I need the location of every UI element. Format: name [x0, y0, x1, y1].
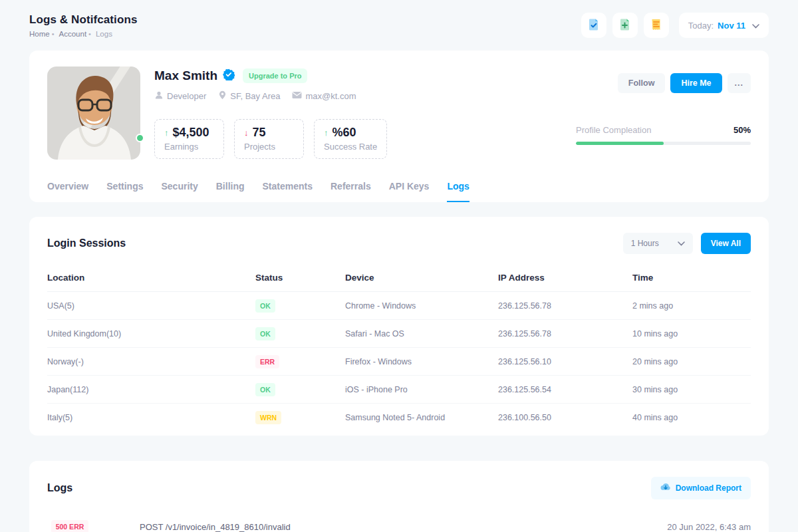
cell-device: Samsung Noted 5- Android: [345, 413, 498, 422]
file-lines-button[interactable]: [644, 13, 669, 38]
stat-value: %60: [332, 126, 356, 140]
profile-name: Max Smith: [154, 68, 217, 83]
column-header-location: Location: [47, 273, 255, 283]
status-badge: OK: [255, 327, 275, 340]
status-badge: WRN: [255, 411, 281, 424]
cell-time: 40 mins ago: [632, 413, 751, 422]
table-row: Japan(112)OKiOS - iPhone Pro236.125.56.5…: [47, 376, 751, 404]
stat-label: Success Rate: [324, 142, 377, 152]
cell-status: OK: [255, 327, 345, 340]
table-row: United Kingdom(10)OKSafari - Mac OS236.1…: [47, 320, 751, 348]
hours-filter-value: 1 Hours: [631, 239, 659, 248]
hours-filter-select[interactable]: 1 Hours: [623, 233, 693, 254]
cell-ip-address: 236.125.56.78: [498, 301, 632, 311]
cell-status: OK: [255, 383, 345, 396]
cell-location: Japan(112): [47, 385, 255, 394]
table-row: Italy(5)WRNSamsung Noted 5- Android236.1…: [47, 404, 751, 432]
stat-value: 75: [253, 126, 266, 140]
stat-value-row: ↓75: [244, 126, 294, 140]
status-badge: OK: [255, 299, 275, 313]
table-header-row: LocationStatusDeviceIP AddressTime: [47, 266, 751, 292]
cell-time: 20 mins ago: [632, 357, 751, 366]
upgrade-to-pro-badge[interactable]: Upgrade to Pro: [243, 68, 307, 83]
tab-security[interactable]: Security: [162, 181, 198, 202]
cell-status: OK: [255, 299, 345, 313]
cell-device: iOS - iPhone Pro: [345, 385, 498, 394]
stat-label: Earnings: [164, 142, 214, 152]
page: Logs & Notifcations Home•Account•Logs To: [0, 0, 798, 532]
topbar-actions: Today: Nov 11: [581, 13, 769, 38]
breadcrumb-item-home[interactable]: Home: [29, 30, 50, 38]
file-check-button[interactable]: [581, 13, 606, 38]
tab-overview[interactable]: Overview: [47, 181, 88, 202]
tab-settings[interactable]: Settings: [106, 181, 143, 202]
cell-ip-address: 236.125.56.54: [498, 385, 632, 394]
stat-value: $4,500: [173, 126, 209, 140]
completion-percent: 50%: [733, 125, 751, 135]
verified-badge-icon: [223, 68, 235, 83]
logs-title: Logs: [47, 482, 72, 494]
tab-statements[interactable]: Statements: [263, 181, 313, 202]
file-plus-button[interactable]: [612, 13, 638, 38]
column-header-ip-address: IP Address: [498, 273, 632, 283]
cell-ip-address: 236.125.56.78: [498, 329, 632, 338]
pin-icon: [218, 90, 227, 102]
log-code: 500 ERR: [47, 520, 92, 532]
cell-location: Norway(-): [47, 357, 255, 366]
column-header-status: Status: [255, 273, 345, 283]
tab-referrals[interactable]: Referrals: [331, 181, 371, 202]
completion-label: Profile Compleation: [576, 125, 651, 135]
mail-icon: [292, 91, 302, 101]
arrow-up-icon: ↑: [324, 128, 329, 138]
cloud-download-icon: [660, 483, 671, 493]
arrow-down-icon: ↓: [244, 128, 249, 138]
tab-api-keys[interactable]: API Keys: [389, 181, 430, 202]
tab-billing[interactable]: Billing: [216, 181, 245, 202]
arrow-up-icon: ↑: [164, 128, 169, 138]
log-code-badge: 500 ERR: [51, 520, 89, 532]
cell-location: United Kingdom(10): [47, 329, 255, 338]
view-all-button[interactable]: View All: [701, 233, 751, 254]
column-header-time: Time: [632, 273, 751, 283]
profile-stats: ↑$4,500Earnings↓75Projects↑%60Success Ra…: [154, 119, 576, 159]
profile-info: Max Smith Upgrade to Pro DeveloperSF, Ba…: [154, 66, 576, 160]
log-date: 20 Jun 2022, 6:43 am: [667, 522, 751, 532]
login-sessions-card: Login Sessions 1 Hours View All Location…: [29, 217, 769, 436]
sessions-table: LocationStatusDeviceIP AddressTime USA(5…: [47, 266, 751, 432]
date-picker-value: Nov 11: [718, 21, 745, 31]
status-badge: ERR: [255, 355, 279, 368]
profile-meta-developer: Developer: [154, 90, 206, 102]
profile-meta-max-kt-com: max@kt.com: [292, 90, 356, 102]
file-plus-icon: [618, 17, 632, 34]
stat-tile-earnings: ↑$4,500Earnings: [154, 119, 224, 159]
profile-tabs: OverviewSettingsSecurityBillingStatement…: [47, 181, 751, 202]
cell-status: WRN: [255, 411, 345, 424]
progress-bar-fill: [576, 142, 664, 145]
tab-logs[interactable]: Logs: [447, 181, 469, 202]
cell-time: 10 mins ago: [632, 329, 751, 338]
chevron-down-icon: [752, 19, 759, 31]
date-picker[interactable]: Today: Nov 11: [679, 13, 769, 38]
column-header-device: Device: [345, 273, 498, 283]
stat-value-row: ↑%60: [324, 126, 377, 140]
profile-right: Follow Hire Me ... Profile Compleation 5…: [576, 66, 751, 160]
date-picker-prefix: Today:: [688, 21, 714, 31]
chevron-down-icon: [678, 239, 685, 248]
online-status-dot: [136, 134, 144, 142]
profile-meta-sf-bay-area: SF, Bay Area: [218, 90, 280, 102]
breadcrumb-item-logs[interactable]: Logs: [96, 30, 112, 38]
stat-tile-success-rate: ↑%60Success Rate: [314, 119, 387, 159]
breadcrumb-item-account[interactable]: Account: [59, 30, 87, 38]
profile-meta-label: max@kt.com: [305, 91, 356, 101]
more-options-button[interactable]: ...: [728, 73, 751, 93]
file-lines-icon: [649, 17, 664, 34]
topbar-left: Logs & Notifcations Home•Account•Logs: [29, 13, 137, 38]
file-check-icon: [587, 17, 601, 34]
log-path: POST /v1/invoice/in_4819_8610/invalid: [140, 522, 667, 532]
cell-device: Chrome - Windows: [345, 301, 498, 311]
hire-me-button[interactable]: Hire Me: [670, 73, 722, 93]
download-report-button[interactable]: Download Report: [651, 477, 751, 499]
cell-device: Firefox - Windows: [345, 357, 498, 366]
log-row: 500 ERRPOST /v1/invoice/in_4819_8610/inv…: [47, 517, 751, 532]
follow-button[interactable]: Follow: [618, 73, 666, 93]
